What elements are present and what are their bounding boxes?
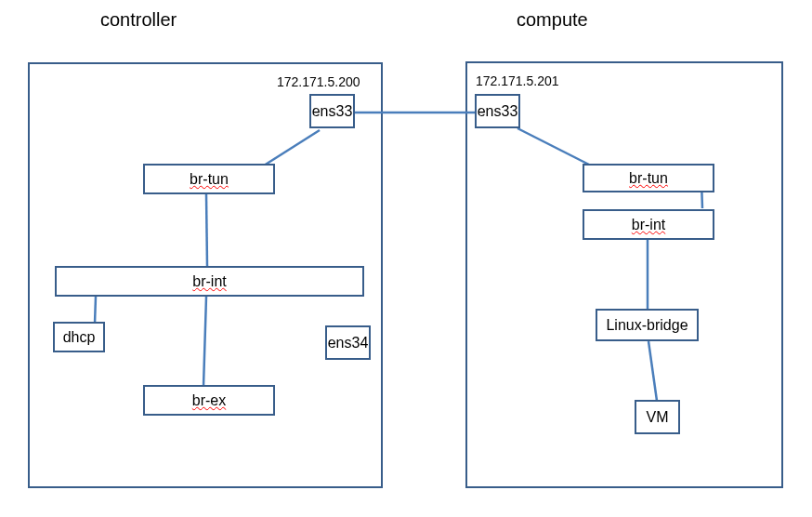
compute-ip: 172.171.5.201 <box>476 73 559 88</box>
controller-dhcp: dhcp <box>53 322 105 352</box>
controller-ens34: ens34 <box>325 325 371 360</box>
controller-brtun: br-tun <box>143 164 275 194</box>
diagram-canvas: controller compute 172.171.5.200 172.171… <box>0 0 812 517</box>
controller-brint: br-int <box>55 266 364 297</box>
controller-ip: 172.171.5.200 <box>277 74 360 89</box>
compute-title: compute <box>517 9 588 31</box>
compute-brtun: br-tun <box>583 164 714 192</box>
compute-brint: br-int <box>583 209 714 240</box>
controller-brex: br-ex <box>143 385 275 416</box>
controller-ens33: ens33 <box>309 94 355 128</box>
controller-title: controller <box>100 9 177 31</box>
compute-linuxbridge: Linux-bridge <box>596 309 699 341</box>
compute-vm: VM <box>635 400 680 434</box>
compute-ens33: ens33 <box>475 94 520 128</box>
